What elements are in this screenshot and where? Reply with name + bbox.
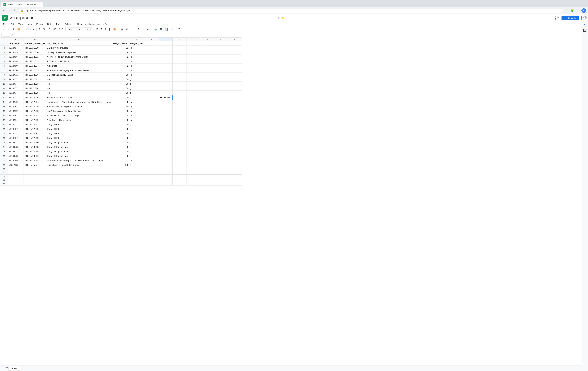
cell-a32[interactable] [8,178,24,182]
cell-k19[interactable] [214,122,228,127]
folder-icon[interactable]: 📁 [281,16,285,20]
cell-h16[interactable] [173,109,187,113]
forward-button[interactable]: → [8,8,12,13]
cell-i31[interactable] [187,175,200,178]
col-header-a[interactable]: A [8,38,24,41]
cell-i29[interactable] [187,167,200,171]
align-horizontal-button[interactable]: ≡ [132,27,136,31]
font-size-select[interactable]: 10 [84,27,93,31]
cell-c32[interactable] [46,178,112,182]
strikethrough-button[interactable]: S [103,27,107,31]
formula-input[interactable] [15,33,587,36]
cell-j4[interactable] [200,55,214,59]
col-header-f[interactable]: F [145,38,159,41]
cell-e30[interactable] [129,171,145,175]
cell-d32[interactable] [112,178,129,182]
cell-g25[interactable] [159,149,173,154]
cell-c12[interactable]: Hats [46,91,112,95]
text-rotation-button[interactable]: ↗ [141,27,146,31]
cell-d14[interactable]: 30 [112,100,129,104]
cell-i23[interactable] [187,140,200,145]
cell-g21[interactable] [159,131,173,136]
cell-h4[interactable] [173,55,187,59]
cell-d29[interactable] [112,167,129,171]
cell-h29[interactable] [173,167,187,171]
cell-d8[interactable]: 30 [112,73,129,77]
cell-c13[interactable]: Brand name 7 A.de Luze - Case [46,95,112,100]
cell-f18[interactable] [145,118,159,122]
cell-k14[interactable] [214,100,228,104]
cell-d20[interactable]: 50 [112,127,129,131]
col-header-g[interactable]: G [159,38,173,41]
cell-c19[interactable]: Copy of Hats [46,122,112,127]
cell-j21[interactable] [200,131,214,136]
cell-k11[interactable] [214,86,228,91]
cell-l28[interactable] [228,163,242,167]
cell-l9[interactable] [228,77,242,82]
cell-g26[interactable] [159,154,173,158]
redo-button[interactable]: ↪ [6,27,10,31]
filter-button[interactable]: ▼ [170,27,174,31]
cell-a24[interactable]: 7914178 [8,145,24,149]
cell-a22[interactable]: 7913907 [8,136,24,140]
cell-j19[interactable] [200,122,214,127]
cell-h6[interactable] [173,64,187,68]
cell-k21[interactable] [214,131,228,136]
cell-b23[interactable]: !!ID:12713090 [24,140,46,145]
cell-i2[interactable] [187,46,200,50]
cell-c14[interactable]: Brand name 8 Albert Bichot Bourgogne Pin… [46,100,112,104]
cell-b4[interactable]: !!ID:12712001 [24,55,46,59]
cell-k5[interactable] [214,59,228,64]
cell-h24[interactable] [173,145,187,149]
cell-j17[interactable] [200,113,214,118]
cell-f29[interactable] [145,167,159,171]
cell-l26[interactable] [228,154,242,158]
cell-j26[interactable] [200,154,214,158]
cell-l12[interactable] [228,91,242,95]
cell-h5[interactable] [173,59,187,64]
col-header-h[interactable]: H [173,38,187,41]
cell-e14[interactable]: lb [129,100,145,104]
cell-g18[interactable] [159,118,173,122]
cell-k1[interactable] [214,41,228,46]
cell-d7[interactable]: 2 [112,68,129,73]
cell-a15[interactable]: 7913481 [8,104,24,109]
cell-h19[interactable] [173,122,187,127]
bookmark-button[interactable]: ☆ [565,8,568,13]
cell-d27[interactable]: 2 [112,158,129,163]
sum-button[interactable]: Σ [177,27,181,31]
cell-f13[interactable] [145,95,159,100]
cell-g30[interactable] [159,171,173,175]
cell-b19[interactable]: !!ID:12712657 [24,122,46,127]
cell-i9[interactable] [187,77,200,82]
cell-e23[interactable]: g [129,140,145,145]
cell-d22[interactable]: 50 [112,136,129,140]
cell-e5[interactable]: lb [129,59,145,64]
cell-a9[interactable]: 7913477 [8,77,24,82]
extensions-button[interactable]: 🧩 [570,8,575,13]
cell-a11[interactable]: 7913477 [8,86,24,91]
cell-h10[interactable] [173,82,187,86]
cell-h18[interactable] [173,118,187,122]
cell-l1[interactable] [228,41,242,46]
cell-l19[interactable] [228,122,242,127]
menu-addons[interactable]: Add-ons [63,22,75,26]
cell-g33[interactable] [159,182,173,186]
col-header-d[interactable]: D [112,38,129,41]
cell-j9[interactable] [200,77,214,82]
cell-d11[interactable]: 50 [112,86,129,91]
cell-j7[interactable] [200,68,214,73]
cell-k32[interactable] [214,178,228,182]
cell-b31[interactable] [24,175,46,178]
cell-j25[interactable] [200,149,214,154]
cell-c2[interactable]: Savino Wine Pourer1 [46,46,112,50]
add-sheet-button[interactable]: + [1,367,5,370]
cell-c27[interactable]: Albert Bichot Bourgogne Pinot Noir Secre… [46,158,112,163]
cell-e4[interactable]: lb [129,55,145,59]
cell-c11[interactable]: Hats [46,86,112,91]
cell-e6[interactable]: lb [129,64,145,68]
italic-button[interactable]: I [100,27,103,31]
cell-e7[interactable]: lb [129,68,145,73]
cell-k9[interactable] [214,77,228,82]
cell-f31[interactable] [145,175,159,178]
